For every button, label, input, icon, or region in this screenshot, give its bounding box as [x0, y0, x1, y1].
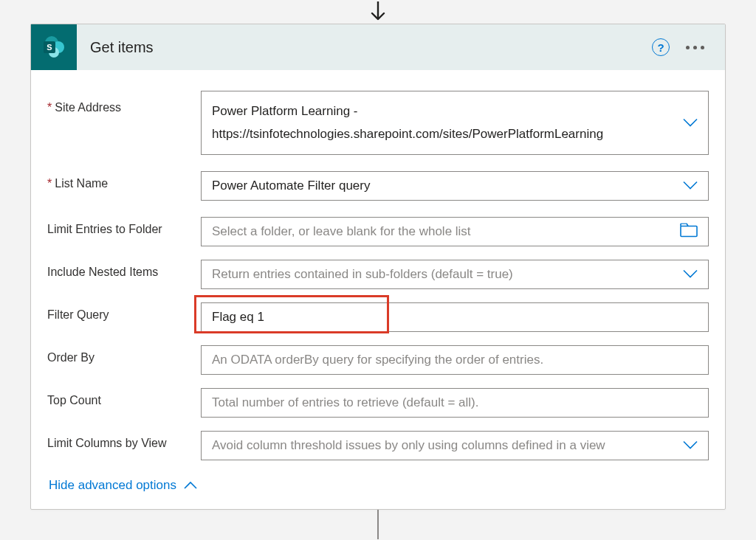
- include-nested-label: Include Nested Items: [47, 260, 201, 279]
- limit-columns-label: Limit Columns by View: [47, 431, 201, 450]
- filter-query-input[interactable]: Flag eq 1: [201, 302, 709, 332]
- action-card: S Get items ? * Site Address Power Platf…: [30, 24, 726, 510]
- site-address-label: * Site Address: [47, 91, 201, 114]
- card-header[interactable]: S Get items ?: [31, 24, 725, 70]
- sharepoint-icon: S: [31, 24, 77, 70]
- chevron-down-icon: [683, 180, 698, 193]
- limit-columns-dropdown[interactable]: Avoid column threshold issues by only us…: [201, 431, 709, 460]
- required-marker: *: [47, 177, 52, 190]
- top-count-label: Top Count: [47, 388, 201, 407]
- folder-icon[interactable]: [680, 224, 698, 240]
- filter-query-label: Filter Query: [47, 302, 201, 322]
- chevron-down-icon: [683, 113, 698, 133]
- order-by-input[interactable]: An ODATA orderBy query for specifying th…: [201, 345, 709, 375]
- limit-folder-picker[interactable]: Select a folder, or leave blank for the …: [201, 217, 709, 246]
- help-icon[interactable]: ?: [652, 38, 670, 56]
- more-options-icon[interactable]: [683, 43, 707, 52]
- action-title: Get items: [90, 39, 652, 56]
- connector-line-out: [377, 510, 379, 539]
- top-count-input[interactable]: Total number of entries to retrieve (def…: [201, 388, 709, 418]
- svg-text:S: S: [47, 43, 52, 52]
- list-name-dropdown[interactable]: Power Automate Filter query: [201, 171, 709, 201]
- list-name-label: * List Name: [47, 171, 201, 190]
- chevron-down-icon: [683, 269, 698, 281]
- svg-rect-6: [681, 226, 697, 237]
- chevron-up-icon: [184, 478, 197, 493]
- order-by-label: Order By: [47, 345, 201, 364]
- chevron-down-icon: [683, 440, 698, 452]
- card-body: * Site Address Power Platform Learning -…: [31, 70, 725, 509]
- required-marker: *: [47, 101, 52, 114]
- limit-folder-label: Limit Entries to Folder: [47, 217, 201, 236]
- site-address-dropdown[interactable]: Power Platform Learning - https://tsinfo…: [201, 91, 709, 155]
- hide-advanced-options-link[interactable]: Hide advanced options: [49, 478, 197, 493]
- include-nested-dropdown[interactable]: Return entries contained in sub-folders …: [201, 260, 709, 289]
- connector-arrow-in: [368, 0, 388, 24]
